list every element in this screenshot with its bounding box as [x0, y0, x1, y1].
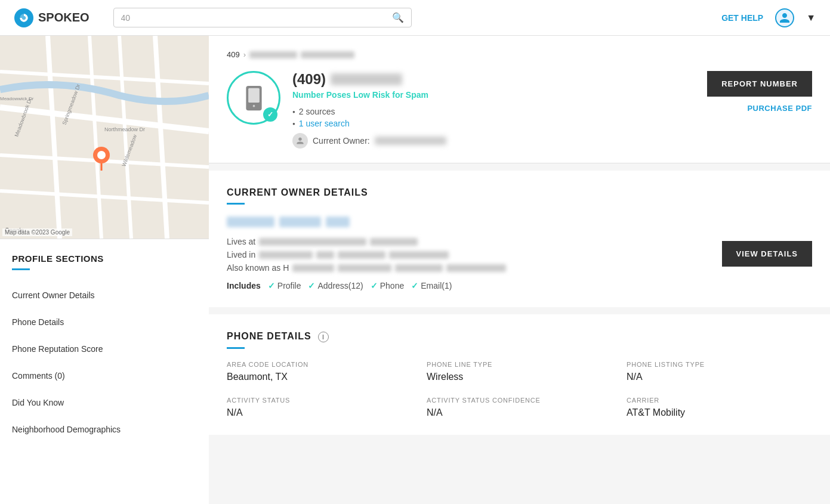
phone-number-details: (409) Number Poses Low Risk for Spam ● 2…: [292, 71, 695, 149]
owner-name-main: [227, 217, 722, 227]
breadcrumb-segment-2: [249, 51, 297, 58]
svg-text:Northmeadow Dr: Northmeadow Dr: [104, 126, 145, 132]
logo: SPOKEO: [14, 8, 90, 27]
lives-at-label: Lives at: [227, 237, 255, 246]
line-type-item: PHONE LINE TYPE Wireless: [427, 361, 612, 382]
phone-meta: ● 2 sources ● 1 user search: [292, 107, 695, 128]
name-blur-1: [227, 217, 274, 227]
nav-comments[interactable]: Comments (0): [12, 363, 197, 389]
nav-phone-details[interactable]: Phone Details: [12, 309, 197, 336]
owner-details-inner: Lives at Lived in Also known as H: [227, 217, 812, 290]
includes-address: ✓ Address(12): [308, 281, 363, 290]
activity-confidence-item: ACTIVITY STATUS CONFIDENCE N/A: [427, 397, 612, 418]
lives-at-blur-2: [370, 238, 418, 246]
user-dropdown-arrow[interactable]: ▼: [806, 13, 816, 23]
get-help-link[interactable]: GET HELP: [721, 13, 763, 23]
lived-in-blur-4: [389, 251, 449, 259]
check-profile: ✓: [268, 281, 275, 290]
line-type-label: PHONE LINE TYPE: [427, 361, 612, 368]
report-btn-area: REPORT NUMBER PURCHASE PDF: [707, 71, 812, 113]
includes-label: Includes: [227, 281, 261, 290]
logo-icon: [14, 8, 33, 27]
nav-phone-reputation-score[interactable]: Phone Reputation Score: [12, 336, 197, 363]
includes-email: ✓ Email(1): [411, 281, 452, 290]
report-number-button[interactable]: REPORT NUMBER: [707, 71, 812, 97]
activity-confidence-label: ACTIVITY STATUS CONFIDENCE: [427, 397, 612, 404]
lives-at-blur: [259, 238, 366, 246]
svg-point-21: [252, 104, 255, 107]
line-type-value: Wireless: [427, 372, 612, 382]
nav-current-owner-details[interactable]: Current Owner Details: [12, 282, 197, 309]
includes-profile-text: Profile: [277, 281, 301, 290]
includes-profile: ✓ Profile: [268, 281, 301, 290]
includes-email-text: Email(1): [421, 281, 452, 290]
nav-did-you-know[interactable]: Did You Know: [12, 389, 197, 416]
nav-neighborhood-demographics[interactable]: Neighborhood Demographics: [12, 416, 197, 443]
listing-type-label: PHONE LISTING TYPE: [627, 361, 812, 368]
user-search-link[interactable]: 1 user search: [299, 119, 350, 128]
activity-status-label: ACTIVITY STATUS: [227, 397, 412, 404]
breadcrumb-start: 409: [227, 50, 240, 59]
also-known-blur-2: [338, 264, 391, 272]
header: SPOKEO 🔍 GET HELP ▼: [0, 0, 830, 36]
check-address: ✓: [308, 281, 315, 290]
includes-row: Includes ✓ Profile ✓ Address(12) ✓ Phone: [227, 281, 722, 290]
lived-in-row: Lived in: [227, 250, 722, 259]
current-owner-divider: [227, 203, 245, 205]
owner-details-left: Lives at Lived in Also known as H: [227, 217, 722, 290]
also-known-blur-3: [395, 264, 443, 272]
sources-text: 2 sources: [299, 107, 335, 116]
phone-details-grid: AREA CODE LOCATION Beaumont, TX PHONE LI…: [227, 361, 812, 418]
svg-rect-2: [0, 36, 209, 239]
info-icon[interactable]: i: [318, 332, 329, 342]
user-avatar[interactable]: [775, 8, 794, 27]
left-panel: Meadowbrook Dr Springmeadow Dr Northmead…: [0, 36, 209, 504]
section-divider: [12, 268, 30, 270]
phone-number: (409): [292, 71, 695, 88]
view-details-button[interactable]: VIEW DETAILS: [722, 241, 812, 267]
breadcrumb-sep: ›: [243, 50, 246, 59]
current-owner-row: Current Owner:: [292, 133, 695, 149]
also-known-blur-1: [292, 264, 334, 272]
owner-name-blur-header: [375, 137, 446, 145]
current-owner-title: CURRENT OWNER DETAILS: [227, 187, 812, 198]
check-badge: ✓: [263, 107, 277, 122]
current-owner-label: Current Owner:: [313, 136, 370, 146]
name-blur-3: [326, 217, 350, 227]
header-right: GET HELP ▼: [721, 8, 816, 27]
svg-rect-22: [248, 88, 260, 102]
breadcrumb-segment-3: [301, 51, 354, 58]
carrier-label: CARRIER: [627, 397, 812, 404]
map-area: Meadowbrook Dr Springmeadow Dr Northmead…: [0, 36, 209, 239]
svg-text:Meadowwick Dr: Meadowwick Dr: [0, 96, 34, 101]
area-code-value: Beaumont, TX: [227, 372, 412, 382]
phone-icon-circle: ✓: [227, 71, 280, 125]
lives-at-row: Lives at: [227, 237, 722, 246]
sources-item: ● 2 sources: [292, 107, 695, 116]
area-code-location-item: AREA CODE LOCATION Beaumont, TX: [227, 361, 412, 382]
profile-sections: PROFILE SECTIONS Current Owner Details P…: [0, 239, 209, 504]
search-icon[interactable]: 🔍: [392, 12, 404, 23]
area-code-label: AREA CODE LOCATION: [227, 361, 412, 368]
lived-in-blur-2: [316, 251, 334, 259]
phone-details-title: PHONE DETAILS i: [227, 331, 812, 342]
user-search-item: ● 1 user search: [292, 119, 695, 128]
listing-type-value: N/A: [627, 372, 812, 382]
phone-details-title-text: PHONE DETAILS: [227, 331, 311, 341]
svg-point-17: [97, 151, 106, 159]
area-code: (409): [292, 71, 326, 88]
purchase-pdf-link[interactable]: PURCHASE PDF: [747, 104, 812, 113]
activity-confidence-value: N/A: [427, 407, 612, 418]
check-email: ✓: [411, 281, 418, 290]
comments-count: (0): [55, 371, 65, 381]
activity-status-value: N/A: [227, 407, 412, 418]
right-panel: 409 › ✓ (409) Number Poses Low Risk for …: [209, 36, 830, 504]
lived-in-blur-1: [259, 251, 313, 259]
also-known-blur-4: [446, 264, 506, 272]
activity-status-item: ACTIVITY STATUS N/A: [227, 397, 412, 418]
search-input[interactable]: [121, 13, 392, 23]
phone-info-row: ✓ (409) Number Poses Low Risk for Spam ●…: [227, 71, 812, 149]
logo-text: SPOKEO: [38, 11, 90, 24]
bullet-1: ●: [292, 109, 295, 115]
includes-phone-text: Phone: [380, 281, 404, 290]
